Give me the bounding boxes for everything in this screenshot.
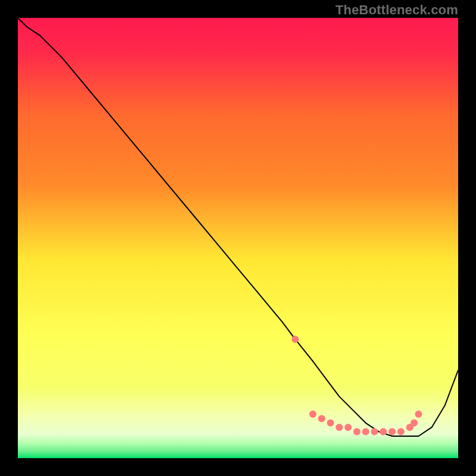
bottleneck-chart [18, 18, 458, 458]
chart-frame: TheBottleneck.com [0, 0, 476, 476]
plot-area [18, 18, 458, 458]
highlight-dot [345, 424, 352, 431]
highlight-dot [411, 419, 418, 427]
highlight-dot [309, 411, 317, 418]
highlight-dot [389, 428, 396, 436]
highlight-dot [362, 428, 369, 436]
highlight-dot [353, 428, 361, 436]
highlight-dot [415, 411, 422, 418]
highlight-dot [371, 428, 378, 436]
highlight-dot [327, 419, 334, 427]
watermark-text: TheBottleneck.com [336, 2, 458, 18]
highlight-dot [380, 428, 387, 436]
highlight-dot [292, 336, 299, 343]
highlight-dot [397, 428, 405, 436]
highlight-dot [336, 424, 343, 431]
highlight-dot [318, 415, 325, 422]
